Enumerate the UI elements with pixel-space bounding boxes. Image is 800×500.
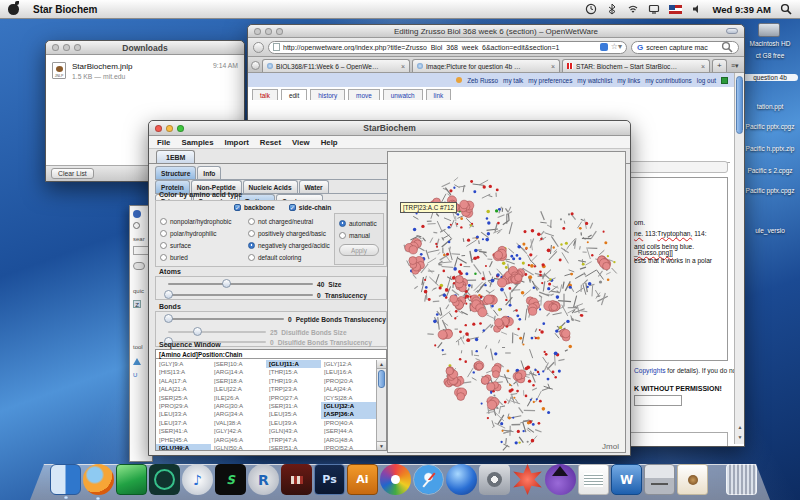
- dock-r-stats-icon[interactable]: R: [248, 464, 279, 495]
- search-field[interactable]: G screen capture mac: [631, 41, 739, 54]
- sequence-cell[interactable]: [ARG]14:A: [211, 368, 266, 376]
- page-scrollbar[interactable]: ▲ ▼: [734, 73, 744, 444]
- user-link-my-watchlist[interactable]: my watchlist: [577, 77, 612, 84]
- tab-close-icon[interactable]: ×: [401, 63, 405, 70]
- input-flag-icon[interactable]: [669, 5, 682, 14]
- user-link-Zeb-Russo[interactable]: Zeb Russo: [467, 77, 498, 84]
- save-page-icon[interactable]: [721, 77, 728, 84]
- url-field[interactable]: http://openwetware.org/index.php?title=Z…: [268, 41, 627, 54]
- menu-clock[interactable]: Wed 9:39 AM: [712, 4, 771, 15]
- atom-size-slider[interactable]: 40 Size: [168, 279, 342, 289]
- radio-default-coloring[interactable]: default coloring: [248, 251, 330, 263]
- sequence-cell[interactable]: [CYS]28:A: [321, 394, 376, 402]
- sequence-cell[interactable]: [LEU]16:A: [321, 368, 376, 376]
- menu-view[interactable]: View: [292, 138, 310, 147]
- sequence-cell[interactable]: [LEU]22:A: [211, 385, 266, 393]
- tab-close-icon[interactable]: ×: [701, 63, 705, 70]
- dock-itunes-icon[interactable]: ♪: [182, 464, 213, 495]
- sequence-cell[interactable]: [LEU]33:A: [156, 410, 211, 418]
- url-text[interactable]: http://openwetware.org/index.php?title=Z…: [283, 44, 597, 51]
- sidechain-checkbox[interactable]: ✓side-chain: [289, 204, 332, 211]
- sequence-cell[interactable]: [ILE]26:A: [211, 394, 266, 402]
- toolbar-toggle-pill[interactable]: [726, 28, 738, 34]
- radio-buried[interactable]: buried: [160, 251, 231, 263]
- rss-icon[interactable]: [600, 43, 608, 51]
- desktop-icon-label[interactable]: Macintosh HD: [742, 40, 798, 47]
- sequence-cell[interactable]: [GLU]49:A: [156, 444, 211, 450]
- dock-mathematica-icon[interactable]: [512, 464, 543, 495]
- dock-game-app-icon[interactable]: [281, 464, 312, 495]
- downloads-titlebar[interactable]: Downloads: [46, 41, 244, 55]
- sequence-cell[interactable]: [GLU]32:A: [321, 402, 376, 410]
- dock-green-cube-app-icon[interactable]: [116, 464, 147, 495]
- dock-purple-app-icon[interactable]: [545, 464, 576, 495]
- sequence-cell[interactable]: [SER]10:A: [211, 360, 266, 368]
- sequence-cell[interactable]: [PHE]45:A: [156, 436, 211, 444]
- radio-surface[interactable]: surface: [160, 239, 231, 251]
- display-icon[interactable]: [648, 3, 660, 15]
- tab-close-icon[interactable]: ×: [551, 63, 555, 70]
- menu-import[interactable]: Import: [225, 138, 249, 147]
- sequence-cell[interactable]: [PRO]20:A: [321, 377, 376, 385]
- browser-tab[interactable]: STAR: Biochem – Start StarBioc…×: [562, 59, 710, 72]
- summary-input[interactable]: [634, 395, 682, 406]
- browser-titlebar[interactable]: Editing Zrusso Biol 368 week 6 (section)…: [248, 25, 744, 38]
- desktop-icon-label[interactable]: Pacific s 2.cpgz: [742, 167, 798, 174]
- dock-safari-icon[interactable]: [413, 464, 444, 495]
- dock-word-icon[interactable]: W: [611, 464, 642, 495]
- scroll-down-arrow[interactable]: ▼: [735, 432, 744, 442]
- sequence-cell[interactable]: [SER]18:A: [211, 377, 266, 385]
- user-link-my-preferences[interactable]: my preferences: [528, 77, 572, 84]
- dock-finder-icon[interactable]: [50, 464, 81, 495]
- sequence-cell[interactable]: [GLY]12:A: [321, 360, 376, 368]
- sequence-cell[interactable]: [LEU]39:A: [266, 419, 321, 427]
- dock-textedit-icon[interactable]: [578, 464, 609, 495]
- dock-photoshop-icon[interactable]: Ps: [314, 464, 345, 495]
- sequence-cell[interactable]: [ALA]24:A: [321, 385, 376, 393]
- sequence-scrollbar[interactable]: ▲ ▼: [376, 360, 386, 450]
- sequence-cell[interactable]: [GLN]50:A: [211, 444, 266, 450]
- dock-printer-icon[interactable]: [644, 464, 675, 495]
- desktop-icon-label[interactable]: tation.ppt: [742, 103, 798, 110]
- hard-drive-icon[interactable]: [758, 23, 780, 37]
- dock-dna-helix-app-icon[interactable]: S: [215, 464, 246, 495]
- wiki-tab-history[interactable]: history: [310, 89, 345, 100]
- dock-firefox-icon[interactable]: [83, 464, 114, 495]
- radio-positively-charged[interactable]: positively charged/basic: [248, 227, 330, 239]
- menu-samples[interactable]: Samples: [181, 138, 213, 147]
- molecule-render[interactable]: [388, 152, 625, 452]
- sequence-cell[interactable]: [GLY]42:A: [211, 427, 266, 435]
- dock-system-preferences-icon[interactable]: [479, 464, 510, 495]
- sequence-cell[interactable]: [HIS]13:A: [156, 368, 211, 376]
- sequence-cell[interactable]: [ARG]34:A: [211, 410, 266, 418]
- dock-trash-icon[interactable]: [726, 464, 757, 495]
- sequence-cell[interactable]: [ALA]17:A: [156, 377, 211, 385]
- scroll-up-arrow[interactable]: ▲: [377, 360, 386, 369]
- backbone-checkbox[interactable]: ✓backbone: [234, 204, 275, 211]
- link-fragment[interactable]: U: [133, 372, 137, 378]
- radio-polar[interactable]: polar/hydrophilic: [160, 227, 231, 239]
- peptide-bonds-slider[interactable]: 0 Peptide Bonds Translucency: [168, 314, 386, 324]
- sequence-cell[interactable]: [LEU]37:A: [156, 419, 211, 427]
- user-link-my-talk[interactable]: my talk: [503, 77, 523, 84]
- tab-info[interactable]: Info: [197, 166, 221, 179]
- sequence-cell[interactable]: [GLN]43:A: [266, 427, 321, 435]
- volume-icon[interactable]: [691, 3, 703, 15]
- apply-button[interactable]: Apply: [339, 244, 379, 256]
- sequence-cell[interactable]: [SER]31:A: [266, 402, 321, 410]
- radio-manual[interactable]: manual: [339, 229, 379, 241]
- dock-journal-app-icon[interactable]: [677, 464, 708, 495]
- sequence-cell[interactable]: [SER]25:A: [156, 394, 211, 402]
- apple-menu-icon[interactable]: [8, 4, 19, 15]
- clear-list-button[interactable]: Clear List: [51, 168, 94, 179]
- sequence-cell[interactable]: [THR]19:A: [266, 377, 321, 385]
- sequence-cell[interactable]: [SER]41:A: [156, 427, 211, 435]
- desktop-icon-label[interactable]: ct G8 free: [742, 52, 798, 59]
- sequence-cell[interactable]: [TRP]47:A: [266, 436, 321, 444]
- wiki-tab-unwatch[interactable]: unwatch: [383, 89, 423, 100]
- tab-nucleic-acids[interactable]: Nucleic Acids: [243, 180, 298, 193]
- dock-illustrator-icon[interactable]: Ai: [347, 464, 378, 495]
- radio-negatively-charged[interactable]: negatively charged/acidic: [248, 239, 330, 251]
- sequence-cell[interactable]: [ASP]36:A: [321, 410, 376, 418]
- sequence-cell[interactable]: [THR]15:A: [266, 368, 321, 376]
